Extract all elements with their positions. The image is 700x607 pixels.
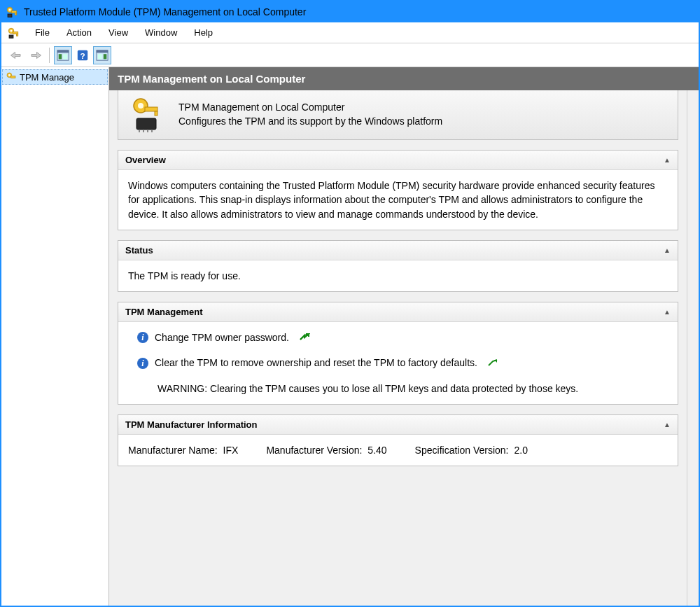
link-arrow-icon — [299, 333, 310, 342]
section-management-body: i Change TPM owner password. i Clear the… — [118, 322, 678, 404]
collapse-icon: ▲ — [664, 156, 671, 164]
specification-version-label: Specification Version: — [415, 443, 509, 457]
content-pane: TPM Management on Local Computer — [109, 67, 699, 606]
tree-item-label: TPM Manage — [20, 72, 74, 83]
toolbar-separator — [49, 48, 50, 63]
svg-rect-3 — [15, 13, 17, 15]
svg-rect-19 — [98, 54, 102, 59]
body-area: TPM Manage TPM Management on Local Compu… — [1, 67, 699, 606]
section-status-title: Status — [125, 245, 153, 256]
window-title: Trusted Platform Module (TPM) Management… — [24, 6, 306, 18]
tpm-key-icon — [7, 27, 20, 39]
section-manufacturer: TPM Manufacturer Information ▲ Manufactu… — [118, 414, 678, 466]
manufacturer-version: Manufacturer Version: 5.40 — [266, 443, 386, 457]
intro-title: TPM Management on Local Computer — [178, 101, 442, 115]
info-icon: i — [136, 357, 149, 370]
section-management-title: TPM Management — [125, 307, 203, 317]
specification-version-value: 2.0 — [514, 443, 527, 457]
show-hide-action-pane-button[interactable] — [93, 46, 111, 64]
manufacturer-name-label: Manufacturer Name: — [128, 443, 218, 457]
forward-button[interactable] — [27, 46, 45, 64]
section-manufacturer-body: Manufacturer Name: IFX Manufacturer Vers… — [118, 435, 678, 466]
section-manufacturer-header[interactable]: TPM Manufacturer Information ▲ — [118, 415, 678, 435]
section-status: Status ▲ The TPM is ready for use. — [118, 240, 678, 292]
section-management: TPM Management ▲ i Change TPM owner pass… — [118, 302, 678, 405]
svg-rect-25 — [145, 107, 158, 111]
collapse-icon: ▲ — [664, 308, 671, 316]
svg-rect-13 — [63, 54, 67, 59]
intro-text: TPM Management on Local Computer Configu… — [178, 101, 442, 128]
svg-point-21 — [8, 74, 10, 76]
manufacturer-version-label: Manufacturer Version: — [266, 443, 362, 457]
intro-panel: TPM Management on Local Computer Configu… — [118, 90, 678, 140]
section-overview-title: Overview — [125, 155, 166, 165]
clear-tpm-warning: WARNING: Clearing the TPM causes you to … — [158, 382, 668, 396]
menu-action[interactable]: Action — [58, 25, 100, 41]
svg-rect-18 — [104, 54, 107, 59]
menu-view[interactable]: View — [100, 25, 136, 41]
tree-pane: TPM Manage — [1, 67, 109, 606]
svg-point-6 — [10, 29, 13, 32]
help-button[interactable]: ? — [74, 46, 92, 64]
link-arrow-icon — [487, 358, 498, 368]
action-change-password-text: Change TPM owner password. — [155, 330, 289, 344]
svg-rect-12 — [59, 54, 62, 59]
status-text: The TPM is ready for use. — [128, 270, 241, 281]
action-change-password[interactable]: i Change TPM owner password. — [136, 330, 668, 344]
tpm-key-icon — [6, 6, 18, 18]
svg-rect-9 — [9, 35, 13, 39]
svg-rect-22 — [10, 76, 15, 78]
tpm-chip-key-icon — [130, 97, 164, 132]
section-status-body: The TPM is ready for use. — [118, 260, 678, 291]
menu-window[interactable]: Window — [136, 25, 186, 41]
toolbar: ? — [1, 43, 699, 67]
svg-rect-11 — [57, 50, 69, 53]
manufacturer-version-value: 5.40 — [368, 443, 386, 457]
svg-rect-8 — [17, 34, 18, 36]
svg-point-24 — [138, 103, 144, 109]
intro-desc: Configures the TPM and its support by th… — [178, 115, 442, 129]
specification-version: Specification Version: 2.0 — [415, 443, 528, 457]
action-clear-tpm-text: Clear the TPM to remove ownership and re… — [155, 356, 477, 370]
section-overview: Overview ▲ Windows computers containing … — [118, 150, 678, 230]
collapse-icon: ▲ — [664, 246, 671, 254]
section-status-header[interactable]: Status ▲ — [118, 241, 678, 260]
back-button[interactable] — [7, 46, 25, 64]
svg-rect-7 — [13, 32, 18, 34]
section-manufacturer-title: TPM Manufacturer Information — [125, 419, 258, 430]
svg-rect-17 — [97, 50, 108, 53]
vertical-scrollbar[interactable] — [687, 90, 699, 606]
svg-rect-4 — [8, 14, 12, 18]
content-body: TPM Management on Local Computer Configu… — [109, 90, 687, 606]
menubar: File Action View Window Help — [1, 22, 699, 43]
svg-point-1 — [9, 9, 11, 11]
content-header: TPM Management on Local Computer — [109, 67, 699, 90]
section-management-header[interactable]: TPM Management ▲ — [118, 302, 678, 322]
info-icon: i — [136, 331, 149, 344]
svg-rect-27 — [136, 118, 156, 130]
manufacturer-name: Manufacturer Name: IFX — [128, 443, 238, 457]
titlebar: Trusted Platform Module (TPM) Management… — [1, 1, 699, 22]
section-overview-header[interactable]: Overview ▲ — [118, 151, 678, 170]
tpm-key-icon — [6, 71, 17, 83]
show-hide-console-tree-button[interactable] — [54, 46, 72, 64]
manufacturer-name-value: IFX — [223, 443, 239, 457]
svg-rect-2 — [11, 11, 17, 13]
collapse-icon: ▲ — [664, 421, 671, 428]
menu-help[interactable]: Help — [186, 25, 221, 41]
section-overview-body: Windows computers containing the Trusted… — [118, 170, 678, 230]
tree-item-tpm-manage[interactable]: TPM Manage — [2, 69, 108, 85]
action-clear-tpm[interactable]: i Clear the TPM to remove ownership and … — [136, 356, 668, 370]
svg-rect-26 — [155, 111, 158, 116]
overview-text: Windows computers containing the Trusted… — [128, 180, 654, 220]
svg-text:?: ? — [80, 50, 85, 60]
menu-file[interactable]: File — [27, 25, 58, 41]
